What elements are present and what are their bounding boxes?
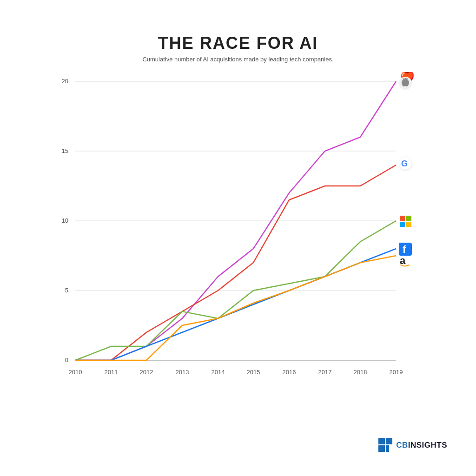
svg-text:10: 10 <box>62 217 68 224</box>
svg-text:20: 20 <box>62 78 68 85</box>
cb-logo-text: CBINSIGHTS <box>396 441 447 450</box>
svg-rect-38 <box>378 445 385 452</box>
svg-text:2018: 2018 <box>354 369 367 376</box>
svg-rect-36 <box>378 438 385 444</box>
svg-text:2017: 2017 <box>318 369 332 376</box>
chart-area: 0 5 10 15 20 2010 2011 2012 2013 2014 20… <box>47 72 429 397</box>
svg-text:0: 0 <box>65 357 68 364</box>
svg-text:5: 5 <box>65 287 68 294</box>
google-logo: G <box>399 157 412 170</box>
cb-insights-logo: CBINSIGHTS <box>378 438 447 453</box>
chart-subtitle: Cumulative number of AI acquisitions mad… <box>142 56 333 63</box>
svg-text:2016: 2016 <box>283 369 296 376</box>
apple-logo: ⇧ <box>399 77 412 90</box>
main-chart-svg: 0 5 10 15 20 2010 2011 2012 2013 2014 20… <box>47 72 429 397</box>
cb-text: CB <box>396 441 408 450</box>
svg-text:15: 15 <box>62 147 68 154</box>
chart-title: THE RACE FOR AI <box>158 33 318 53</box>
cb-logo-icon <box>378 438 393 453</box>
microsoft-logo <box>400 216 411 227</box>
svg-rect-32 <box>406 222 411 227</box>
svg-text:2011: 2011 <box>105 369 118 376</box>
svg-text:G: G <box>401 159 408 168</box>
svg-text:2014: 2014 <box>212 369 225 376</box>
svg-text:2013: 2013 <box>176 369 189 376</box>
amazon-logo: a <box>400 255 409 266</box>
svg-text:2015: 2015 <box>247 369 260 376</box>
svg-text:2010: 2010 <box>69 369 82 376</box>
svg-text:2012: 2012 <box>140 369 153 376</box>
insights-text: INSIGHTS <box>408 441 447 450</box>
svg-rect-30 <box>406 216 411 221</box>
svg-rect-29 <box>400 216 405 221</box>
facebook-logo: f <box>399 243 412 256</box>
svg-text:f: f <box>403 244 406 255</box>
svg-rect-31 <box>400 222 405 227</box>
svg-text:2019: 2019 <box>390 369 403 376</box>
chart-container: THE RACE FOR AI Cumulative number of AI … <box>15 15 461 461</box>
svg-rect-37 <box>386 438 392 444</box>
svg-rect-39 <box>386 445 389 452</box>
